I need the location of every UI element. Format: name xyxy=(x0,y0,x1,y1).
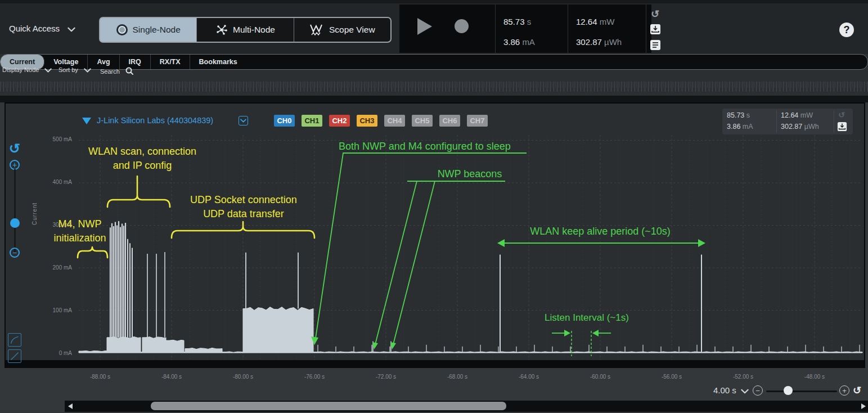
x-zoom-slider-thumb[interactable] xyxy=(784,386,793,395)
quick-access-menu[interactable]: Quick Access xyxy=(9,24,75,33)
x-tick: -84.00 s xyxy=(152,374,191,380)
x-tick: -64.00 s xyxy=(509,374,548,380)
capture-control-panel: 85.73 s 3.86 mA 12.64 mW 302.87 µWh ↺ xyxy=(399,5,651,53)
mini-energy-value: 302.87 xyxy=(781,123,802,131)
channel-badge-ch5[interactable]: CH5 xyxy=(412,115,433,127)
reset-counters-icon[interactable]: ↺ xyxy=(651,9,659,19)
x-zoom-out-button[interactable]: − xyxy=(753,385,763,396)
scroll-left-arrow[interactable] xyxy=(68,403,73,409)
tab-scope-view-label: Scope View xyxy=(329,25,375,35)
chevron-down-icon xyxy=(68,27,75,32)
chevron-down-icon xyxy=(240,119,246,123)
y-zoom-slider-thumb[interactable] xyxy=(10,218,20,228)
save-session-icon[interactable] xyxy=(650,24,661,35)
capture-side-icons: ↺ xyxy=(646,5,651,53)
x-tick: -88.00 s xyxy=(80,374,120,380)
multi-node-icon xyxy=(215,24,228,36)
channel-badge-ch1[interactable]: CH1 xyxy=(302,115,322,127)
x-zoom-slider-track[interactable] xyxy=(766,390,837,392)
tab-scope-view[interactable]: Scope View xyxy=(294,18,390,42)
power-value: 12.64 xyxy=(576,17,597,26)
play-button[interactable] xyxy=(417,18,432,35)
scope-view-icon xyxy=(309,23,324,37)
search-icon xyxy=(125,66,134,75)
quick-access-label: Quick Access xyxy=(9,24,60,33)
x-tick: -60.00 s xyxy=(581,374,620,380)
x-tick: -68.00 s xyxy=(438,374,477,380)
x-zoom-in-button[interactable]: + xyxy=(839,385,849,396)
mini-save-icon[interactable] xyxy=(837,122,847,132)
tab-single-node-label: Single-Node xyxy=(133,25,181,35)
power-energy-readout: 12.64 mW 302.87 µWh xyxy=(568,5,646,53)
y-tick-200: 200 mA xyxy=(37,264,72,271)
mini-time-unit: s xyxy=(746,111,750,119)
chart-panel-bottom-edge xyxy=(6,360,864,367)
annotation-sleep: Both NWP and M4 configured to sleep xyxy=(339,141,511,152)
tab-multi-node[interactable]: Multi-Node xyxy=(197,18,294,42)
search-control[interactable]: Search xyxy=(100,66,134,75)
curve-icon xyxy=(10,335,20,345)
time-current-readout: 85.73 s 3.86 mA xyxy=(496,5,568,53)
tab-rxtx[interactable]: RX/TX xyxy=(151,55,190,69)
mini-power-value: 12.64 xyxy=(781,111,798,119)
y-tick-500: 500 mA xyxy=(37,136,72,142)
device-dropdown-icon[interactable] xyxy=(239,116,248,125)
channel-badge-ch4[interactable]: CH4 xyxy=(384,115,405,127)
y-tick-100: 100 mA xyxy=(37,307,72,313)
annotation-wlan-line2: and IP config xyxy=(72,160,213,172)
channel-badge-ch6[interactable]: CH6 xyxy=(439,115,460,127)
x-tick: -48.00 s xyxy=(795,374,834,380)
mini-reset-icon[interactable]: ↺ xyxy=(838,110,845,119)
y-zoom-reset-icon[interactable]: ↺ xyxy=(9,142,20,155)
channel-badge-ch7[interactable]: CH7 xyxy=(467,115,488,127)
zoom-scale-dropdown[interactable]: 4.00 s xyxy=(713,385,749,395)
annotation-m4-line2: initialization xyxy=(38,232,122,244)
x-zoom-reset-icon[interactable]: ↺ xyxy=(853,385,861,396)
y-zoom-slider-track[interactable] xyxy=(14,169,16,252)
mini-current-value: 3.86 xyxy=(727,123,740,131)
tab-multi-node-label: Multi-Node xyxy=(233,25,275,35)
channel-badge-ch2[interactable]: CH2 xyxy=(329,115,350,127)
separator xyxy=(0,96,868,102)
x-tick: -80.00 s xyxy=(223,374,263,380)
capture-buttons xyxy=(399,5,496,53)
linear-scale-button[interactable] xyxy=(8,349,21,363)
energy-value: 302.87 xyxy=(576,37,602,47)
time-unit: s xyxy=(527,17,532,26)
scroll-right-arrow[interactable] xyxy=(861,403,866,409)
radio-icon xyxy=(116,24,128,35)
channel-badge-ch3[interactable]: CH3 xyxy=(357,115,377,127)
collapse-node-triangle[interactable] xyxy=(82,118,91,124)
tab-bookmarks[interactable]: Bookmarks xyxy=(190,55,246,69)
channel-badge-ch0[interactable]: CH0 xyxy=(274,115,295,127)
display-node-dropdown[interactable]: Display Node xyxy=(2,66,52,73)
node-measurements-panel: 85.73 s 3.86 mA 12.64 mW 302.87 µWh ↺ xyxy=(722,109,853,134)
y-tick-400: 400 mA xyxy=(37,179,72,185)
mini-time-value: 85.73 xyxy=(727,111,744,119)
timeline-ruler[interactable] xyxy=(0,80,868,93)
annotation-udp-line1: UDP Socket connection xyxy=(173,194,314,206)
mini-energy-unit: µWh xyxy=(804,123,819,131)
y-axis-title: Current xyxy=(32,203,38,225)
time-value: 85.73 xyxy=(503,17,525,26)
x-zoom-row: 4.00 s − + ↺ xyxy=(0,384,868,399)
help-label: ? xyxy=(844,24,850,36)
help-button[interactable]: ? xyxy=(839,23,854,37)
y-zoom-out-button[interactable]: − xyxy=(10,248,20,258)
annotation-udp-line2: UDP data transfer xyxy=(173,208,314,220)
device-name: J-Link Silicon Labs (440304839) xyxy=(97,116,213,125)
annotation-listen-interval: Listen Interval (~1s) xyxy=(516,312,657,324)
report-list-icon[interactable] xyxy=(650,39,661,51)
scrollbar-row xyxy=(0,399,868,413)
filter-bar: Display Node Sort by Search Current Volt… xyxy=(0,54,868,96)
x-tick: -76.00 s xyxy=(295,374,334,380)
stop-button[interactable] xyxy=(455,19,469,33)
energy-profiler-window: Quick Access Single-Node Multi-Node Scop… xyxy=(0,0,868,413)
log-scale-button[interactable] xyxy=(8,333,21,347)
tab-single-node[interactable]: Single-Node xyxy=(100,18,197,42)
horizontal-scrollbar-thumb[interactable] xyxy=(151,402,506,410)
sort-by-dropdown[interactable]: Sort by xyxy=(59,66,91,73)
current-value: 3.86 xyxy=(503,37,520,47)
sort-by-label: Sort by xyxy=(59,66,78,73)
line-icon xyxy=(10,351,20,361)
